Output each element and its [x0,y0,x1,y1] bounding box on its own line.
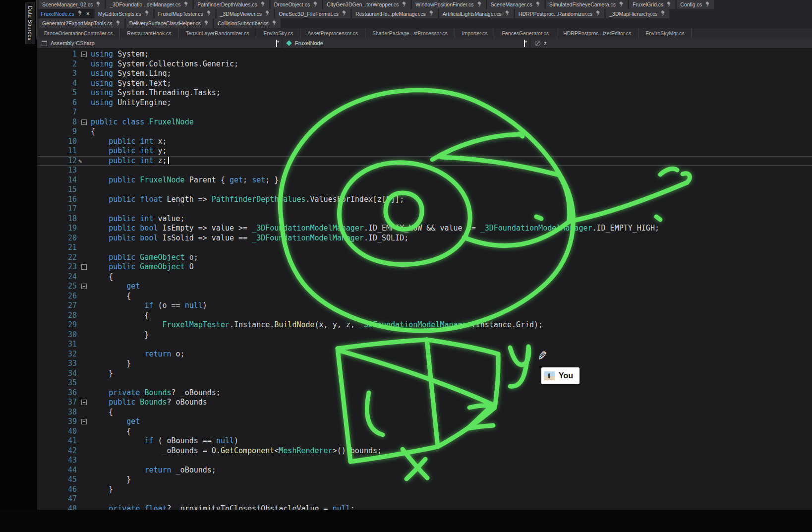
tab-DroneObject.cs[interactable]: DroneObject.cs [271,0,322,9]
code-line-34[interactable]: 34 } [37,369,812,379]
tab-ShaderPackage...stProcessor.cs[interactable]: ShaderPackage...stProcessor.cs [365,28,455,38]
tab-RestaurantHo...pleManager.cs[interactable]: RestaurantHo...pleManager.cs [352,9,438,18]
tab-CollisionSubscriber.cs[interactable]: CollisionSubscriber.cs [214,18,281,28]
tab-EnviroSkyMgr.cs[interactable]: EnviroSkyMgr.cs [638,28,692,38]
code-line-7[interactable]: 7 [37,108,812,118]
code-line-39[interactable]: 39 get [37,417,812,427]
code-line-31[interactable]: 31 [37,340,812,350]
pin-icon[interactable] [705,2,710,7]
pin-icon[interactable] [505,11,510,16]
code-line-11[interactable]: 11 public int y; [37,146,812,156]
code-line-22[interactable]: 22 public GameObject o; [37,253,812,263]
code-line-23[interactable]: 23 public GameObject O [37,262,812,272]
code-line-44[interactable]: 44 return _oBounds; [37,466,812,475]
code-line-37[interactable]: 37 public Bounds? oBounds [37,398,812,408]
code-line-16[interactable]: 16 public float Length => PathfinderDept… [37,195,812,205]
code-line-24[interactable]: 24 { [37,272,812,282]
code-line-41[interactable]: 41 if (_oBounds == null) [37,436,812,446]
tab-SceneManager.cs[interactable]: SceneManager.cs [487,0,544,9]
tab-SceneManager_02.cs[interactable]: SceneManager_02.cs [39,0,105,9]
tab-DeliverySurfaceClassHelper.cs[interactable]: DeliverySurfaceClassHelper.cs [126,18,213,28]
pin-icon[interactable] [272,21,277,26]
tab-Importer.cs[interactable]: Importer.cs [455,28,495,38]
code-line-8[interactable]: 8public class FruxelNode [37,118,812,127]
tab-ArtificialLightsManager.cs[interactable]: ArtificialLightsManager.cs [439,9,514,18]
project-dropdown[interactable]: Assembly-CSharp ▼ [37,38,282,48]
pin-icon[interactable] [342,11,347,16]
pin-icon[interactable] [661,11,666,16]
fold-collapse-icon[interactable] [77,50,91,59]
tab-RestaurantHook.cs[interactable]: RestaurantHook.cs [120,28,178,38]
code-line-28[interactable]: 28 { [37,311,812,321]
code-line-1[interactable]: 1using System; [37,50,812,59]
fold-collapse-icon[interactable] [77,282,91,292]
tab-WindowPositionFinder.cs[interactable]: WindowPositionFinder.cs [412,0,485,9]
tab-OneSec3D_FileFormat.cs[interactable]: OneSec3D_FileFormat.cs [275,9,350,18]
fold-collapse-icon[interactable] [77,398,91,408]
code-line-30[interactable]: 30 } [37,330,812,340]
code-line-21[interactable]: 21 [37,243,812,253]
chevron-down-icon[interactable]: ▼ [276,40,277,47]
tab-AssetPreprocessor.cs[interactable]: AssetPreprocessor.cs [300,28,365,38]
tab-_3DFoundatio...delManager.cs[interactable]: _3DFoundatio...delManager.cs [106,0,192,9]
pin-icon[interactable] [261,2,266,7]
code-line-20[interactable]: 20 public bool IsSolid => value == _3DFo… [37,234,812,243]
tab-FruxelNode.cs[interactable]: FruxelNode.cs× [37,9,93,18]
fold-collapse-icon[interactable] [77,262,91,272]
member-dropdown[interactable]: z [530,38,812,48]
code-line-38[interactable]: 38 { [37,408,812,417]
code-line-5[interactable]: 5using System.Threading.Tasks; [37,88,812,98]
pin-icon[interactable] [313,2,318,7]
tab-HDRPPostproc...izerEditor.cs[interactable]: HDRPPostproc...izerEditor.cs [556,28,638,38]
code-line-3[interactable]: 3using System.Linq; [37,69,812,79]
code-line-17[interactable]: 17 [37,204,812,214]
code-line-29[interactable]: 29 FruxelMapTester.Instance.BuildNode(x,… [37,320,812,330]
close-icon[interactable]: × [86,11,90,16]
pin-icon[interactable] [619,2,624,7]
type-dropdown[interactable]: FruxelNode ▼ [283,38,529,48]
pin-icon[interactable] [596,11,601,16]
tab-FencesGenerator.cs[interactable]: FencesGenerator.cs [495,28,557,38]
chevron-down-icon[interactable]: ▼ [524,40,525,47]
pin-icon[interactable] [116,21,121,26]
pin-icon[interactable] [78,11,83,16]
code-line-35[interactable]: 35 [37,378,812,388]
code-line-15[interactable]: 15 [37,185,812,195]
code-line-46[interactable]: 46 } [37,485,812,495]
code-line-9[interactable]: 9{ [37,127,812,137]
code-line-25[interactable]: 25 get [37,282,812,292]
code-line-13[interactable]: 13 [37,166,812,176]
code-line-26[interactable]: 26 { [37,292,812,301]
pin-icon[interactable] [204,21,209,26]
pin-icon[interactable] [184,2,189,7]
tab-TerrainLayerRandomizer.cs[interactable]: TerrainLayerRandomizer.cs [179,28,257,38]
code-line-42[interactable]: 42 _oBounds = O.GetComponent<MeshRendere… [37,446,812,456]
pin-icon[interactable] [429,11,434,16]
code-line-27[interactable]: 27 if (o == null) [37,301,812,311]
tab-Generator2ExportMapTools.cs[interactable]: Generator2ExportMapTools.cs [39,18,124,28]
code-line-45[interactable]: 45 } [37,475,812,485]
tab-Config.cs[interactable]: Config.cs [677,0,714,9]
pin-icon[interactable] [477,2,482,7]
code-line-2[interactable]: 2using System.Collections.Generic; [37,59,812,69]
code-line-4[interactable]: 4using System.Text; [37,79,812,89]
code-line-12[interactable]: 12✎ public int z; [37,156,812,166]
fold-collapse-icon[interactable] [77,417,91,427]
pin-icon[interactable] [536,2,541,7]
code-line-33[interactable]: 33 } [37,359,812,369]
code-line-10[interactable]: 10 public int x; [37,137,812,147]
code-line-14[interactable]: 14 public FruxelNode Parent { get; set; … [37,176,812,185]
tab-FruxelGrid.cs[interactable]: FruxelGrid.cs [629,0,675,9]
code-line-36[interactable]: 36 private Bounds? _oBounds; [37,388,812,398]
pin-icon[interactable] [402,2,407,7]
code-line-32[interactable]: 32 return o; [37,350,812,359]
pin-icon[interactable] [265,11,270,16]
tab-MyEditorScripts.cs[interactable]: MyEditorScripts.cs [95,9,153,18]
tab-_3DMapViewer.cs[interactable]: _3DMapViewer.cs [217,9,274,18]
code-line-47[interactable]: 47 [37,494,812,504]
tab-HDRPPostproc...Randomizer.cs[interactable]: HDRPPostproc...Randomizer.cs [515,9,604,18]
code-line-40[interactable]: 40 { [37,427,812,437]
pin-icon[interactable] [207,11,212,16]
code-line-19[interactable]: 19 public bool IsEmpty => value >= _3DFo… [37,224,812,234]
tab-EnviroSky.cs[interactable]: EnviroSky.cs [256,28,300,38]
